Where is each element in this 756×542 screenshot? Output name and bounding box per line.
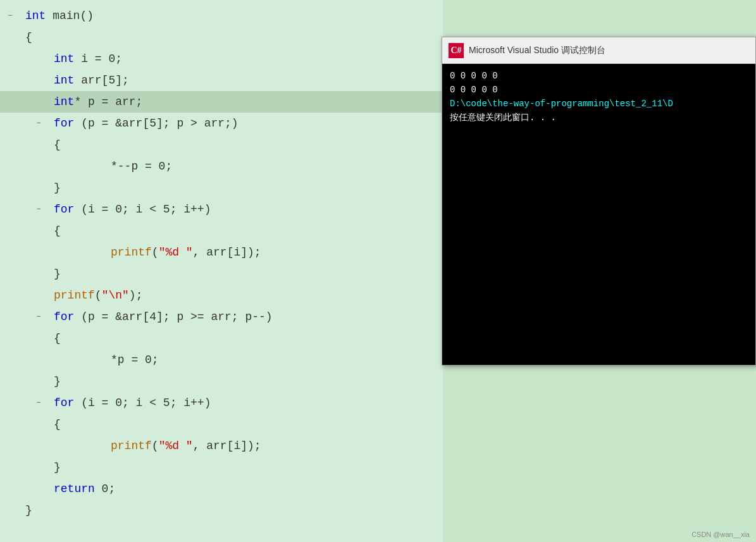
code-line: printf("%d ", arr[i]);: [0, 435, 443, 457]
code-line: −for (i = 0; i < 5; i++): [0, 392, 443, 414]
token-plain: }: [54, 263, 61, 285]
token-plain: }: [25, 500, 32, 521]
code-line: printf("\n");: [0, 285, 443, 306]
token-fn: printf: [111, 435, 152, 457]
token-plain: i = 0;: [74, 48, 122, 70]
token-plain: 0;: [95, 478, 115, 500]
token-plain: {: [54, 220, 61, 242]
token-plain: (i = 0; i < 5; i++): [74, 199, 211, 220]
code-line: *--p = 0;: [0, 156, 443, 177]
console-line: 0 0 0 0 0: [450, 83, 748, 97]
token-plain: }: [54, 457, 61, 478]
code-line: }: [0, 263, 443, 285]
code-line: int arr[5];: [0, 70, 443, 91]
console-line: D:\code\the-way-of-programming\test_2_11…: [450, 97, 748, 111]
console-body: 0 0 0 0 00 0 0 0 0D:\code\the-way-of-pro…: [442, 64, 755, 365]
code-line: {: [0, 134, 443, 156]
code-line: *p = 0;: [0, 349, 443, 371]
token-fn: printf: [111, 242, 152, 263]
code-line: {: [0, 27, 443, 48]
collapse-icon[interactable]: −: [34, 398, 44, 408]
code-line: int i = 0;: [0, 48, 443, 70]
code-line: int* p = arr;: [0, 91, 443, 113]
code-line: printf("%d ", arr[i]);: [0, 242, 443, 263]
token-plain: (: [152, 435, 159, 457]
token-str: "\n": [102, 285, 129, 306]
code-line: −for (i = 0; i < 5; i++): [0, 199, 443, 220]
code-line: }: [0, 177, 443, 199]
collapse-icon[interactable]: −: [34, 118, 44, 128]
token-plain: }: [54, 371, 61, 392]
console-title: Microsoft Visual Studio 调试控制台: [469, 45, 605, 56]
token-kw: for: [54, 113, 74, 134]
token-str: "%d ": [159, 242, 193, 263]
code-line: {: [0, 220, 443, 242]
console-line: 按任意键关闭此窗口. . .: [450, 111, 748, 125]
token-plain: {: [54, 134, 61, 156]
code-line: {: [0, 328, 443, 349]
code-line: }: [0, 500, 443, 521]
code-line: −int main(): [0, 5, 443, 27]
token-plain: }: [54, 177, 61, 199]
token-plain: , arr[i]);: [193, 435, 261, 457]
token-plain: );: [129, 285, 143, 306]
token-plain: *--p = 0;: [111, 156, 172, 177]
console-line: 0 0 0 0 0: [450, 69, 748, 83]
token-plain: {: [54, 414, 61, 435]
code-content: −int main(){int i = 0;int arr[5];int* p …: [0, 0, 443, 526]
code-line: −for (p = &arr[4]; p >= arr; p--): [0, 306, 443, 328]
token-str: "%d ": [159, 435, 193, 457]
collapse-icon[interactable]: −: [34, 312, 44, 322]
token-plain: (i = 0; i < 5; i++): [74, 392, 211, 414]
token-plain: {: [54, 328, 61, 349]
token-plain: * p = arr;: [74, 91, 142, 113]
collapse-icon[interactable]: −: [5, 11, 15, 21]
token-plain: *p = 0;: [111, 349, 159, 371]
token-kw: int: [54, 91, 74, 113]
console-titlebar: C# Microsoft Visual Studio 调试控制台: [442, 37, 755, 64]
token-plain: main(): [46, 5, 94, 27]
main-container: −int main(){int i = 0;int arr[5];int* p …: [0, 0, 756, 542]
code-line: }: [0, 457, 443, 478]
token-plain: (: [95, 285, 102, 306]
code-editor: −int main(){int i = 0;int arr[5];int* p …: [0, 0, 443, 542]
vs-icon: C#: [449, 43, 464, 58]
code-line: −for (p = &arr[5]; p > arr;): [0, 113, 443, 134]
token-kw: return: [54, 478, 95, 500]
token-kw: for: [54, 306, 74, 328]
token-kw: for: [54, 392, 74, 414]
token-plain: arr[5];: [74, 70, 128, 91]
token-plain: (p = &arr[5]; p > arr;): [74, 113, 238, 134]
token-plain: (p = &arr[4]; p >= arr; p--): [74, 306, 272, 328]
token-kw: int: [54, 48, 74, 70]
code-line: return 0;: [0, 478, 443, 500]
token-kw: int: [25, 5, 46, 27]
code-line: {: [0, 414, 443, 435]
collapse-icon[interactable]: −: [34, 204, 44, 214]
credit-text: CSDN @wan__xia: [691, 531, 750, 538]
token-plain: , arr[i]);: [193, 242, 261, 263]
console-window: C# Microsoft Visual Studio 调试控制台 0 0 0 0…: [442, 37, 756, 366]
token-fn: printf: [54, 285, 95, 306]
code-line: }: [0, 371, 443, 392]
token-plain: (: [152, 242, 159, 263]
token-kw: int: [54, 70, 74, 91]
token-kw: for: [54, 199, 74, 220]
token-plain: {: [25, 27, 32, 48]
